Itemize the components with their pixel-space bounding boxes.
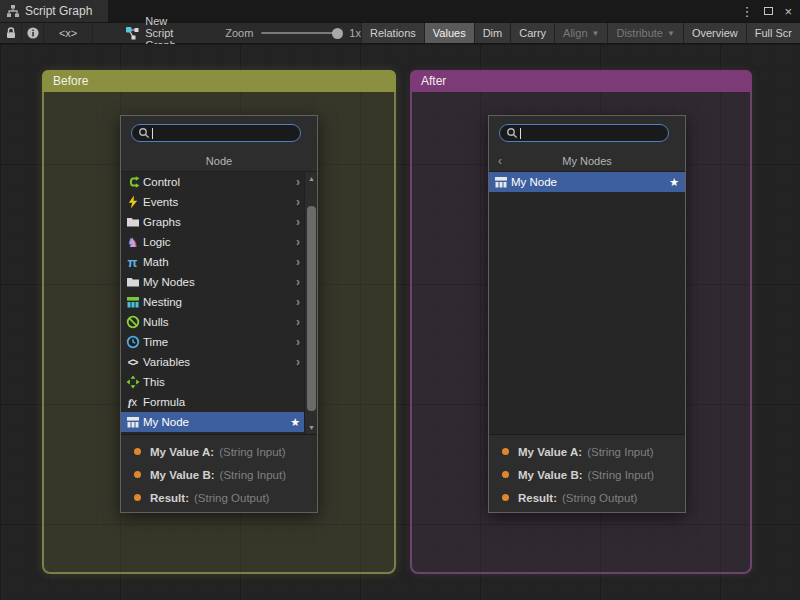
- list-item-events[interactable]: Events ›: [121, 192, 317, 212]
- node-icon: [492, 175, 509, 189]
- group-before-title: Before: [53, 74, 88, 88]
- port-dot-icon[interactable]: [502, 448, 509, 455]
- tab-script-graph[interactable]: Script Graph: [0, 0, 108, 22]
- search-input[interactable]: [499, 124, 669, 142]
- chevron-right-icon: ›: [296, 316, 300, 328]
- scrollbar[interactable]: ▲ ▼: [304, 172, 317, 434]
- script-graph-window: Script Graph ⋮ ×: [0, 0, 800, 600]
- list-item-math[interactable]: π Math ›: [121, 252, 317, 272]
- port-dot-icon[interactable]: [134, 471, 141, 478]
- zoom-slider[interactable]: [261, 32, 341, 34]
- chevron-right-icon: ›: [296, 256, 300, 268]
- list-item-time[interactable]: Time ›: [121, 332, 317, 352]
- port-row: My Value B: (String Input): [489, 463, 685, 486]
- finder-header: Node: [121, 150, 317, 172]
- close-icon[interactable]: ×: [784, 5, 792, 18]
- star-icon[interactable]: ★: [290, 417, 300, 428]
- list-item-control[interactable]: Control ›: [121, 172, 317, 192]
- node-ports: My Value A: (String Input) My Value B: (…: [121, 434, 317, 512]
- toolbar: <x> New Script Graph Zoom 1x Relations V…: [0, 22, 800, 44]
- chevron-down-icon: ▼: [592, 29, 600, 38]
- finder-header-label: Node: [206, 155, 232, 167]
- group-after-title: After: [421, 74, 446, 88]
- code-button[interactable]: <x>: [44, 23, 93, 43]
- port-dot-icon[interactable]: [134, 448, 141, 455]
- finder-header-label: My Nodes: [562, 155, 612, 167]
- group-before-header[interactable]: Before: [42, 70, 396, 92]
- values-button[interactable]: Values: [424, 23, 474, 43]
- relations-button[interactable]: Relations: [361, 23, 424, 43]
- code-icon: <x>: [59, 27, 77, 39]
- distribute-button[interactable]: Distribute▼: [607, 23, 682, 43]
- list-item-my-nodes[interactable]: My Nodes ›: [121, 272, 317, 292]
- this-icon: [124, 375, 141, 389]
- info-icon: [26, 26, 40, 40]
- search-icon: [506, 127, 518, 139]
- dim-button[interactable]: Dim: [474, 23, 511, 43]
- menu-dots-icon[interactable]: ⋮: [740, 5, 753, 18]
- list-item-my-node[interactable]: My Node ★: [121, 412, 317, 432]
- list-item-this[interactable]: This: [121, 372, 317, 392]
- control-icon: [124, 175, 141, 189]
- search-icon: [138, 127, 150, 139]
- port-dot-icon[interactable]: [502, 471, 509, 478]
- new-script-graph-button[interactable]: New Script Graph: [117, 23, 199, 43]
- lightning-icon: [124, 195, 141, 209]
- view-buttons: Relations Values Dim Carry Align▼ Distri…: [361, 23, 800, 43]
- node-ports: My Value A: (String Input) My Value B: (…: [489, 434, 685, 512]
- zoom-slider-knob[interactable]: [332, 28, 343, 39]
- port-row: Result: (String Output): [489, 486, 685, 509]
- null-icon: [124, 315, 141, 329]
- pi-icon: π: [124, 256, 141, 269]
- list-item-variables[interactable]: <> Variables ›: [121, 352, 317, 372]
- group-after-header[interactable]: After: [410, 70, 752, 92]
- text-cursor: [152, 128, 153, 139]
- back-chevron-icon[interactable]: ‹: [498, 154, 502, 168]
- star-icon[interactable]: ★: [669, 177, 679, 188]
- zoom-label: Zoom: [225, 27, 253, 39]
- folder-icon: [124, 275, 141, 289]
- full-screen-button[interactable]: Full Scr: [746, 23, 800, 43]
- port-row: My Value A: (String Input): [121, 440, 317, 463]
- search-input[interactable]: [131, 124, 301, 142]
- list-item-formula[interactable]: fx Formula: [121, 392, 317, 412]
- maximize-icon[interactable]: [764, 7, 773, 15]
- finder-list: Control › Events ›: [121, 172, 317, 434]
- carry-button[interactable]: Carry: [510, 23, 554, 43]
- port-dot-icon[interactable]: [134, 494, 141, 501]
- list-item-logic[interactable]: ♞ Logic ›: [121, 232, 317, 252]
- port-row: Result: (String Output): [121, 486, 317, 509]
- knight-icon: ♞: [124, 236, 141, 249]
- zoom-control: Zoom 1x: [225, 23, 361, 43]
- chevron-right-icon: ›: [296, 296, 300, 308]
- port-dot-icon[interactable]: [502, 494, 509, 501]
- clock-icon: [124, 335, 141, 349]
- chevron-right-icon: ›: [296, 196, 300, 208]
- chevron-right-icon: ›: [296, 336, 300, 348]
- scrollbar-thumb[interactable]: [307, 206, 316, 411]
- tab-title: Script Graph: [25, 4, 92, 18]
- list-item-nulls[interactable]: Nulls ›: [121, 312, 317, 332]
- fuzzy-finder-after: ‹ My Nodes My Node ★: [488, 115, 686, 513]
- scroll-down-icon[interactable]: ▼: [305, 424, 317, 431]
- formula-icon: fx: [124, 396, 141, 408]
- chevron-right-icon: ›: [296, 276, 300, 288]
- port-row: My Value B: (String Input): [121, 463, 317, 486]
- info-button[interactable]: [22, 23, 44, 43]
- align-button[interactable]: Align▼: [554, 23, 607, 43]
- text-cursor: [520, 128, 521, 139]
- scroll-up-icon[interactable]: ▲: [305, 175, 317, 182]
- list-item-graphs[interactable]: Graphs ›: [121, 212, 317, 232]
- port-row: My Value A: (String Input): [489, 440, 685, 463]
- new-graph-icon: [125, 26, 139, 40]
- graph-canvas[interactable]: Before After: [0, 44, 800, 600]
- lock-button[interactable]: [0, 23, 22, 43]
- graph-icon: [6, 4, 20, 18]
- chevron-down-icon: ▼: [667, 29, 675, 38]
- overview-button[interactable]: Overview: [683, 23, 746, 43]
- variables-icon: <>: [124, 357, 141, 368]
- list-item-nesting[interactable]: Nesting ›: [121, 292, 317, 312]
- lock-icon: [4, 26, 18, 40]
- folder-icon: [124, 215, 141, 229]
- list-item-my-node[interactable]: My Node ★: [489, 172, 685, 192]
